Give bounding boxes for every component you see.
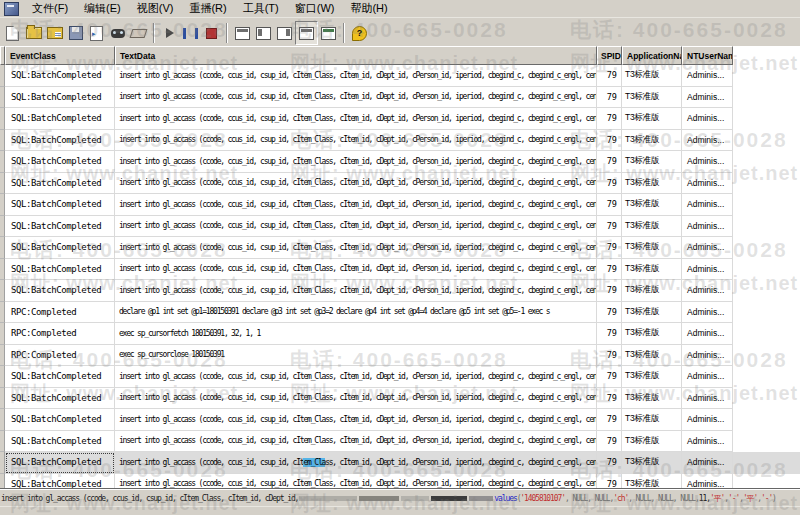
table-row[interactable]: SQL:BatchCompletedinsert into gl_accass …: [0, 388, 800, 410]
view-toggle-5-button[interactable]: [318, 22, 339, 44]
save-button[interactable]: [65, 22, 86, 44]
table-row[interactable]: SQL:BatchCompletedinsert into gl_accass …: [0, 173, 800, 195]
menu-tools[interactable]: 工具(T): [235, 0, 287, 18]
table-row[interactable]: SQL:BatchCompletedinsert into gl_accass …: [0, 194, 800, 216]
spid-cell: 79: [597, 302, 622, 324]
view-toggle-2-button[interactable]: [253, 22, 274, 44]
menu-replay[interactable]: 重播(R): [181, 0, 234, 18]
sql-text-segment: '1405810107': [520, 494, 565, 503]
spid-cell: 79: [597, 216, 622, 238]
textdata-cell: insert into gl_accass (ccode, ccus_id, c…: [115, 108, 597, 130]
menu-view[interactable]: 视图(V): [129, 0, 182, 18]
table-row[interactable]: RPC:Completedexec sp_cursorclose 1801503…: [0, 345, 800, 367]
ntusername-cell: Adminis...: [682, 216, 733, 238]
textdata-cell: exec sp_cursorclose 180150391: [115, 345, 597, 367]
new-trace-button[interactable]: [2, 22, 23, 44]
menu-window[interactable]: 窗口(W): [287, 0, 343, 18]
stop-icon: [206, 28, 217, 39]
table-row[interactable]: SQL:BatchCompletedinsert into gl_accass …: [0, 409, 800, 431]
column-header-spid[interactable]: SPID: [597, 46, 622, 65]
column-header-ntuser[interactable]: NTUserName: [682, 46, 733, 65]
help-button[interactable]: ?: [349, 22, 370, 44]
textdata-cell: exec sp_cursorfetch 180150391, 32, 1, 1: [115, 323, 597, 345]
table-row[interactable]: SQL:BatchCompletedinsert into gl_accass …: [0, 65, 800, 87]
table-row[interactable]: SQL:BatchCompletedinsert into gl_accass …: [0, 237, 800, 259]
trace-grid: EventClassTextDataSPIDApplicationNameNTU…: [0, 46, 800, 488]
open-folder-icon: [26, 27, 42, 39]
spid-cell: 79: [597, 345, 622, 367]
applicationname-cell: T3标准版: [622, 388, 682, 410]
sql-text-segment: '-': [761, 494, 772, 503]
toolbar: ?: [0, 18, 800, 49]
column-header-text[interactable]: TextData: [115, 46, 597, 65]
table-row[interactable]: SQL:BatchCompletedinsert into gl_accass …: [0, 87, 800, 109]
eventclass-cell: SQL:BatchCompleted: [5, 151, 115, 173]
table-row[interactable]: RPC:Completeddeclare @p1 int set @p1=180…: [0, 302, 800, 324]
applicationname-cell: T3标准版: [622, 151, 682, 173]
ntusername-cell: Adminis...: [682, 345, 733, 367]
sql-text-segment: '平': [710, 493, 724, 504]
table-row[interactable]: SQL:BatchCompletedinsert into gl_accass …: [0, 366, 800, 388]
profiler-window: 文件(F)编辑(E)视图(V)重播(R)工具(T)窗口(W)帮助(H) ? Ev…: [0, 0, 800, 515]
view-toggle-1-button[interactable]: [232, 22, 253, 44]
applicationname-cell: T3标准版: [622, 280, 682, 302]
table-row[interactable]: SQL:BatchCompletedinsert into gl_accass …: [0, 216, 800, 238]
table-row[interactable]: SQL:BatchCompletedinsert into gl_accass …: [0, 151, 800, 173]
menu-file[interactable]: 文件(F): [24, 0, 76, 18]
spid-cell: 79: [597, 194, 622, 216]
menu-edit[interactable]: 编辑(E): [76, 0, 129, 18]
start-replay-button[interactable]: [159, 22, 180, 44]
table-row[interactable]: RPC:Completedexec sp_cursorfetch 1801503…: [0, 323, 800, 345]
view-toggle-3-button[interactable]: [274, 22, 295, 44]
open-trace-table-button[interactable]: [44, 22, 65, 44]
textdata-cell: declare @p1 int set @p1=180150391 declar…: [115, 302, 597, 324]
spid-cell: 79: [597, 237, 622, 259]
eventclass-cell: SQL:BatchCompleted: [5, 259, 115, 281]
eventclass-cell: SQL:BatchCompleted: [5, 409, 115, 431]
column-header-row: EventClassTextDataSPIDApplicationNameNTU…: [0, 46, 800, 65]
table-row[interactable]: SQL:BatchCompletedinsert into gl_accass …: [0, 474, 800, 489]
table-row[interactable]: SQL:BatchCompletedinsert into gl_accass …: [0, 280, 800, 302]
trace-table-body: SQL:BatchCompletedinsert into gl_accass …: [0, 65, 800, 488]
export-button[interactable]: [86, 22, 107, 44]
open-trace-file-button[interactable]: [23, 22, 44, 44]
spid-cell: 79: [597, 431, 622, 453]
applicationname-cell: T3标准版: [622, 194, 682, 216]
folder-table-icon: [47, 27, 63, 39]
table-row[interactable]: SQL:BatchCompletedinsert into gl_accass …: [0, 259, 800, 281]
clear-trace-button[interactable]: [128, 22, 149, 44]
menu-help[interactable]: 帮助(H): [342, 0, 395, 18]
table-row[interactable]: SQL:BatchCompletedinsert into gl_accass …: [0, 431, 800, 453]
textdata-cell: insert into gl_accass (ccode, ccus_id, c…: [115, 151, 597, 173]
applicationname-cell: T3标准版: [622, 173, 682, 195]
save-icon: [69, 26, 83, 40]
spid-cell: 79: [597, 130, 622, 152]
stop-replay-button[interactable]: [201, 22, 222, 44]
spid-cell: 79: [597, 108, 622, 130]
toolbar-separator: [226, 23, 228, 43]
textdata-cell: insert into gl_accass (ccode, ccus_id, c…: [115, 65, 597, 87]
pause-replay-button[interactable]: [180, 22, 201, 44]
eventclass-cell: SQL:BatchCompleted: [5, 452, 115, 474]
eventclass-cell: SQL:BatchCompleted: [5, 366, 115, 388]
binoculars-icon: [111, 29, 125, 38]
eventclass-cell: SQL:BatchCompleted: [5, 87, 115, 109]
table-row[interactable]: SQL:BatchCompletedinsert into gl_accass …: [0, 108, 800, 130]
table-row[interactable]: SQL:BatchCompletedinsert into gl_accass …: [0, 130, 800, 152]
column-header-event[interactable]: EventClass: [5, 46, 115, 65]
table-row[interactable]: SQL:BatchCompletedinsert into gl_accass …: [0, 452, 800, 474]
ntusername-cell: Adminis...: [682, 65, 733, 87]
find-button[interactable]: [107, 22, 128, 44]
textdata-cell: insert into gl_accass (ccode, ccus_id, c…: [115, 474, 597, 489]
textdata-cell: insert into gl_accass (ccode, ccus_id, c…: [115, 173, 597, 195]
column-header-app[interactable]: ApplicationName: [622, 46, 682, 65]
eventclass-cell: RPC:Completed: [5, 345, 115, 367]
sql-text-segment: 'ch': [613, 494, 628, 503]
ntusername-cell: Adminis...: [682, 194, 733, 216]
sql-text-segment: '-': [728, 494, 739, 503]
applicationname-cell: T3标准版: [622, 108, 682, 130]
view-toggle-4-button[interactable]: [295, 21, 318, 45]
sql-text-segment: insert into gl_accass (ccode, ccus_id, c…: [1, 494, 298, 503]
spid-cell: 79: [597, 151, 622, 173]
applicationname-cell: T3标准版: [622, 130, 682, 152]
